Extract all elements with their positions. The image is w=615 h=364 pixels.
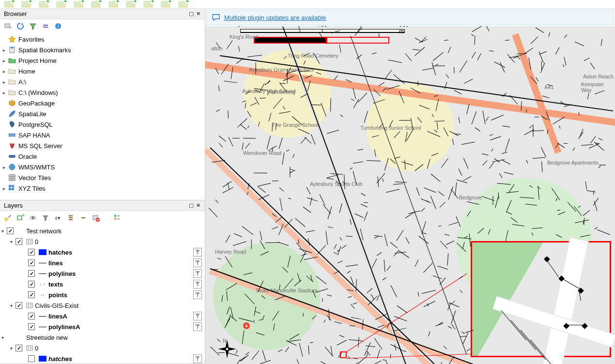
visibility-checkbox[interactable] [28, 313, 35, 319]
layer-item[interactable]: ∙∙points [0, 289, 205, 300]
visibility-presets-icon[interactable] [28, 213, 38, 223]
browser-item[interactable]: SpatiaLite [0, 108, 205, 119]
layer-label: hatches [48, 249, 72, 256]
refresh-icon[interactable] [15, 21, 25, 31]
toolbar-icon[interactable] [74, 1, 83, 8]
browser-item[interactable]: PostgreSQL [0, 119, 205, 130]
expand-icon[interactable]: ▾ [9, 303, 14, 308]
expand-icon[interactable]: ▾ [0, 335, 5, 340]
remove-layer-icon[interactable] [91, 213, 101, 223]
layer-filter-icon[interactable] [193, 312, 202, 320]
browser-item[interactable]: ▸ C:\ (Windows) [0, 87, 205, 98]
svg-rect-16 [17, 216, 22, 220]
browser-item[interactable]: MS SQL Server [0, 140, 205, 151]
panel-undock-icon[interactable]: ▢ [188, 11, 194, 17]
browser-item[interactable]: Favorites [0, 34, 205, 45]
toolbar-icon[interactable] [39, 1, 48, 8]
layer-group[interactable]: ▾Test network [0, 226, 205, 236]
collapse-all-icon[interactable] [78, 213, 88, 223]
layer-group[interactable]: ▾Streetside new [0, 332, 205, 343]
expand-icon[interactable]: ▸ [1, 186, 7, 191]
panel-close-icon[interactable]: ✕ [195, 203, 201, 209]
layers-toolbar: + ε▾ [0, 211, 205, 225]
layer-item[interactable]: ∙ ∙texts [0, 279, 205, 289]
layer-item[interactable]: linesA [0, 311, 205, 321]
expand-icon[interactable]: ▸ [1, 165, 7, 170]
browser-item[interactable]: ▸ Spatial Bookmarks [0, 45, 205, 55]
toolbar-icon[interactable] [108, 1, 118, 8]
expand-icon[interactable]: ▸ [1, 69, 7, 74]
expand-icon[interactable]: ▾ [0, 228, 5, 234]
layer-item[interactable]: polylinesA [0, 321, 205, 332]
toolbar-icon[interactable] [161, 1, 170, 8]
expand-icon[interactable]: ▸ [1, 58, 7, 63]
expand-icon[interactable]: ▸ [1, 90, 7, 95]
layer-group[interactable]: ▾Civils-GIS-Exist [0, 300, 205, 311]
layer-item[interactable]: hatches [0, 247, 205, 258]
toolbar-icon[interactable] [91, 1, 101, 8]
browser-item[interactable]: Oracle [0, 151, 205, 162]
expand-icon[interactable]: ▾ [9, 239, 14, 244]
visibility-checkbox[interactable] [28, 259, 35, 266]
browser-item[interactable]: ▸ Home [0, 66, 205, 76]
expand-all-icon[interactable] [66, 213, 76, 223]
filter-legend-icon[interactable] [41, 213, 50, 223]
visibility-checkbox[interactable] [15, 238, 22, 245]
toolbar-icon[interactable] [126, 1, 136, 8]
toolbar-icon[interactable] [4, 1, 14, 8]
layer-group[interactable]: ▾0 [0, 343, 205, 353]
visibility-checkbox[interactable] [28, 281, 35, 288]
panel-undock-icon[interactable]: ▢ [188, 203, 194, 209]
layer-filter-icon[interactable] [193, 290, 202, 299]
toolbar-icon[interactable] [143, 1, 153, 8]
visibility-checkbox[interactable] [28, 355, 35, 362]
legend-icon[interactable] [112, 213, 122, 223]
browser-item[interactable]: HANA SAP HANA [0, 130, 205, 140]
browser-item[interactable]: ▸ XYZ Tiles [0, 183, 205, 194]
layer-group[interactable]: ▾0 [0, 236, 205, 247]
svg-rect-24 [114, 218, 116, 220]
visibility-checkbox[interactable] [15, 302, 22, 309]
layer-filter-icon[interactable] [193, 280, 202, 288]
visibility-checkbox[interactable] [28, 291, 35, 298]
browser-item[interactable]: Vector Tiles [0, 172, 205, 183]
visibility-checkbox[interactable] [15, 345, 22, 351]
browser-item[interactable]: ▸ WMS/WMTS [0, 162, 205, 172]
add-selected-layer-icon[interactable]: + [3, 21, 13, 31]
browser-tree[interactable]: Favorites▸ Spatial Bookmarks▸ Project Ho… [0, 33, 205, 200]
layers-tree[interactable]: ▾Test network▾0hatcheslinespolylines∙ ∙t… [0, 225, 205, 364]
layer-filter-icon[interactable] [193, 258, 202, 267]
expand-icon[interactable]: ▸ [1, 79, 7, 85]
browser-item[interactable]: GeoPackage [0, 98, 205, 108]
collapse-all-icon[interactable] [41, 21, 50, 31]
layer-item[interactable]: lines [0, 258, 205, 268]
layer-filter-icon[interactable] [193, 248, 202, 257]
visibility-checkbox[interactable] [28, 249, 35, 256]
plugin-update-link[interactable]: Multiple plugin updates are available [224, 14, 326, 21]
browser-item[interactable]: ▸ Project Home [0, 55, 205, 66]
filter-icon[interactable] [28, 21, 38, 31]
expand-icon[interactable]: ▾ [9, 346, 14, 351]
layer-filter-icon[interactable] [193, 322, 202, 331]
toolbar-icon[interactable] [21, 1, 31, 8]
browser-item[interactable]: ▸ A:\ [0, 76, 205, 87]
layer-filter-icon[interactable] [193, 354, 202, 363]
layer-item[interactable]: hatches [0, 353, 205, 364]
layer-item[interactable]: polylines [0, 268, 205, 279]
layer-label: hatches [48, 355, 72, 363]
expand-icon[interactable]: ▸ [1, 47, 7, 53]
visibility-checkbox[interactable] [28, 270, 35, 277]
svg-rect-25 [27, 239, 32, 244]
scale-bar: 0 450 900 m [240, 29, 405, 33]
panel-close-icon[interactable]: ✕ [195, 11, 201, 17]
properties-icon[interactable]: i [53, 21, 63, 31]
visibility-checkbox[interactable] [28, 323, 35, 330]
visibility-checkbox[interactable] [7, 228, 14, 234]
add-group-icon[interactable]: + [15, 213, 25, 223]
layer-styling-icon[interactable] [3, 213, 13, 223]
toolbar-icon[interactable] [56, 1, 66, 8]
map-canvas[interactable]: 0 450 900 m + [205, 26, 615, 364]
layer-filter-icon[interactable] [193, 269, 202, 278]
toolbar-icon[interactable] [178, 1, 188, 8]
expression-filter-icon[interactable]: ε▾ [53, 213, 63, 223]
